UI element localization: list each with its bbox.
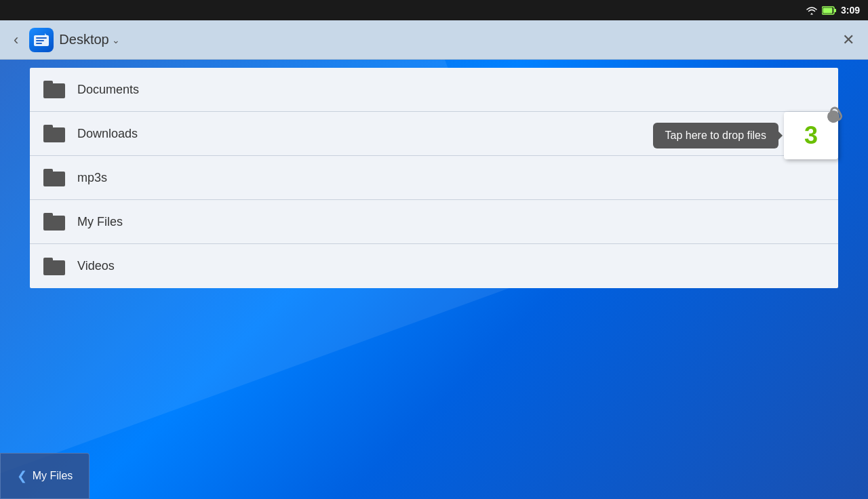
my-files-label: My Files bbox=[33, 470, 73, 482]
my-files-button[interactable]: ❮ My Files bbox=[0, 453, 90, 499]
close-button[interactable]: ✕ bbox=[837, 28, 860, 52]
paperclip-icon bbox=[828, 105, 844, 123]
folder-icon bbox=[43, 81, 65, 98]
folder-item-videos[interactable]: Videos bbox=[30, 244, 838, 288]
battery-icon bbox=[822, 6, 837, 15]
svg-rect-1 bbox=[834, 9, 836, 12]
teamviewer-logo bbox=[29, 28, 54, 52]
badge-count: 3 bbox=[804, 123, 818, 148]
folder-icon bbox=[43, 213, 65, 231]
status-icons: 3:09 bbox=[806, 5, 860, 16]
folder-item-documents[interactable]: Documents bbox=[30, 68, 838, 112]
main-area: Documents Downloads mp3s My Files Videos… bbox=[0, 60, 868, 499]
teamviewer-logo-svg bbox=[33, 31, 50, 49]
tooltip-bubble: Tap here to drop files bbox=[653, 123, 778, 148]
file-list: Documents Downloads mp3s My Files Videos bbox=[30, 68, 838, 288]
folder-name: mp3s bbox=[77, 171, 107, 185]
folder-icon bbox=[43, 125, 65, 142]
folder-name: Downloads bbox=[77, 127, 138, 141]
folder-name: My Files bbox=[77, 215, 123, 229]
folder-item-mp3s[interactable]: mp3s bbox=[30, 156, 838, 200]
drop-tooltip: Tap here to drop files 3 bbox=[653, 112, 838, 159]
folder-name: Videos bbox=[77, 259, 115, 273]
nav-title: Desktop ⌄ bbox=[59, 32, 831, 47]
status-bar: 3:09 bbox=[0, 0, 868, 20]
folder-item-myfiles[interactable]: My Files bbox=[30, 200, 838, 244]
svg-rect-2 bbox=[823, 7, 832, 13]
dropdown-arrow[interactable]: ⌄ bbox=[112, 35, 120, 45]
tooltip-text: Tap here to drop files bbox=[665, 129, 766, 141]
back-button[interactable]: ‹ bbox=[8, 28, 24, 52]
folder-icon bbox=[43, 258, 65, 275]
folder-name: Documents bbox=[77, 83, 139, 97]
folder-icon bbox=[43, 169, 65, 186]
nav-bar: ‹ Desktop ⌄ ✕ bbox=[0, 20, 868, 60]
file-drop-badge[interactable]: 3 bbox=[784, 112, 838, 159]
drop-area[interactable]: Tap here to drop files 3 bbox=[653, 112, 838, 159]
back-arrow-icon: ❮ bbox=[17, 468, 27, 483]
wifi-icon bbox=[806, 5, 818, 15]
time-display: 3:09 bbox=[841, 5, 860, 16]
